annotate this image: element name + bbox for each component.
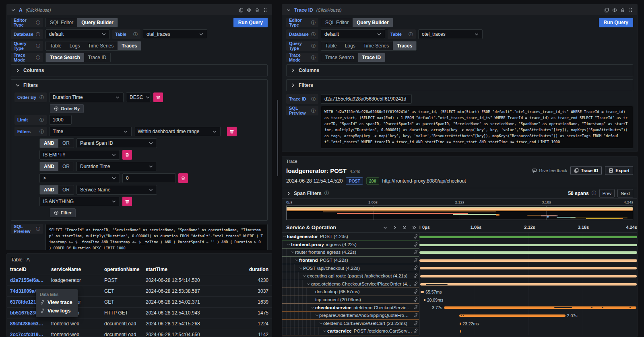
view-logs-link[interactable]: View logs	[40, 308, 74, 314]
span-row[interactable]: grpc.oteldemo.CheckoutService/PlaceOrder…	[282, 280, 637, 288]
add-filter-button[interactable]: Filter	[50, 208, 76, 217]
run-query-button[interactable]: Run Query	[599, 18, 633, 27]
remove-filter-button[interactable]	[227, 127, 237, 136]
span-name-cell[interactable]: checkoutserviceoteldemo.CheckoutService/…	[282, 304, 419, 312]
trace-mode-id[interactable]: Trace ID	[358, 53, 385, 62]
span-link-icon[interactable]	[413, 305, 418, 310]
span-gantt-cell[interactable]	[419, 272, 637, 280]
column-header-duration[interactable]: duration	[217, 264, 272, 275]
span-link-icon[interactable]	[413, 321, 418, 326]
span-bar[interactable]	[421, 291, 424, 293]
filter-value-input[interactable]: 0	[122, 173, 176, 183]
column-header-operationname[interactable]: operationName	[101, 264, 142, 275]
order-by-field-select[interactable]: Duration Time	[49, 92, 124, 102]
remove-filter-button[interactable]	[122, 150, 132, 160]
drag-handle-icon[interactable]	[628, 8, 633, 12]
chevron-down-icon[interactable]	[310, 306, 315, 310]
span-link-icon[interactable]	[413, 242, 418, 247]
query-type-logs[interactable]: Logs	[66, 41, 84, 50]
filter-time-field-select[interactable]: Time	[49, 127, 132, 136]
filters-header[interactable]: Filters	[287, 80, 633, 91]
span-gantt-cell[interactable]	[419, 280, 637, 288]
span-row[interactable]: prepareOrderItemsAndShippingQuoteFromCar…	[282, 312, 637, 320]
span-row[interactable]: loadgeneratorPOST (4.23s)	[282, 233, 637, 241]
span-name-cell[interactable]: tcp.connect (20.09ms)	[282, 296, 419, 304]
span-row[interactable]: executing api route (pages) /api/checkou…	[282, 272, 637, 280]
span-bar[interactable]	[424, 299, 425, 301]
span-filters-label[interactable]: Span Filters	[294, 191, 322, 196]
next-button[interactable]: Next	[617, 189, 633, 197]
database-select[interactable]: default	[321, 29, 385, 39]
expand-all-icon[interactable]	[412, 225, 417, 230]
remove-order-by-button[interactable]	[153, 92, 163, 102]
trace-mode-search[interactable]: Trace Search	[321, 53, 358, 62]
span-name-cell[interactable]: oteldemo.CartService/GetCart (23.22ms)	[282, 320, 419, 328]
filter-operator-select[interactable]: IS EMPTY	[39, 150, 120, 160]
remove-filter-button[interactable]	[122, 197, 132, 206]
span-row[interactable]: POST /api/checkout (4.22s)	[282, 264, 637, 272]
or-option[interactable]: OR	[58, 185, 74, 194]
trace-id-cell[interactable]: d2a7155ef6a928a05...	[7, 275, 48, 286]
collapse-one-icon[interactable]	[383, 225, 388, 230]
span-row[interactable]: oteldemo.CartService/GetCart (23.22ms)23…	[282, 320, 637, 328]
span-bar[interactable]	[419, 259, 637, 262]
span-gantt-cell[interactable]: 20.09ms	[419, 296, 637, 304]
span-row[interactable]: cartservicePOST /oteldemo.CartService/Ge…	[282, 327, 637, 335]
query-type-traces[interactable]: Traces	[393, 41, 416, 50]
span-name-cell[interactable]: loadgeneratorPOST (4.23s)	[282, 233, 419, 241]
chevron-right-icon[interactable]	[286, 191, 291, 196]
chevron-down-icon[interactable]	[314, 313, 319, 317]
columns-header[interactable]: Columns	[11, 65, 267, 76]
span-link-icon[interactable]	[413, 289, 418, 294]
chevron-down-icon[interactable]	[282, 234, 287, 238]
chevron-down-icon[interactable]	[286, 242, 291, 247]
column-header-servicename[interactable]: serviceName	[48, 264, 101, 275]
span-gantt-cell[interactable]: 2.07s	[419, 312, 637, 320]
span-row[interactable]: tcp.connect (20.09ms)20.09ms	[282, 296, 637, 304]
span-bar[interactable]	[460, 330, 461, 333]
chevron-down-icon[interactable]	[286, 8, 291, 12]
sql-editor-option[interactable]: SQL Editor	[46, 18, 77, 27]
column-resize-handle[interactable]: ‖	[419, 222, 422, 232]
and-option[interactable]: AND	[40, 139, 58, 148]
panel-scrollbar[interactable]	[277, 100, 278, 176]
chevron-down-icon[interactable]	[318, 321, 323, 325]
span-link-icon[interactable]	[413, 313, 418, 318]
span-link-icon[interactable]	[413, 297, 418, 302]
columns-header[interactable]: Columns	[287, 65, 633, 76]
column-header-starttime[interactable]: startTime	[142, 264, 217, 275]
column-header-traceid[interactable]: traceID	[7, 264, 48, 275]
span-link-icon[interactable]	[413, 282, 418, 286]
delete-query-icon[interactable]	[255, 8, 260, 12]
chevron-down-icon[interactable]	[302, 274, 307, 278]
trace-mode-id[interactable]: Trace ID	[84, 53, 111, 62]
collapse-all-icon[interactable]	[402, 225, 407, 230]
span-row[interactable]: router frontend egress (4.22s)	[282, 249, 637, 257]
view-trace-link[interactable]: View trace	[40, 300, 74, 305]
chevron-down-icon[interactable]	[298, 266, 303, 270]
span-bar[interactable]	[460, 323, 461, 325]
or-option[interactable]: OR	[58, 139, 74, 148]
chevron-down-icon[interactable]	[322, 329, 327, 333]
trace-mode-search[interactable]: Trace Search	[46, 53, 84, 62]
filter-field-select[interactable]: Service Name	[76, 185, 157, 195]
add-order-by-button[interactable]: Order By	[50, 104, 84, 113]
expand-one-icon[interactable]	[392, 225, 397, 230]
query-type-table[interactable]: Table	[46, 41, 66, 50]
span-gantt-cell[interactable]: 23.22ms	[419, 320, 637, 328]
trace-id-input[interactable]: d2a7155ef6a928a05680e5ff6190241d	[321, 94, 412, 104]
span-link-icon[interactable]	[413, 234, 418, 239]
span-name-cell[interactable]: POST /api/checkout (4.22s)	[282, 264, 419, 272]
span-gantt-cell[interactable]: 3.77s	[419, 304, 637, 312]
span-bar[interactable]	[444, 306, 636, 309]
filter-field-select[interactable]: Duration Time	[76, 162, 157, 171]
span-link-icon[interactable]	[413, 329, 418, 333]
toggle-visibility-icon[interactable]	[612, 8, 617, 12]
sql-editor-option[interactable]: SQL Editor	[321, 18, 353, 27]
span-name-cell[interactable]: grpc.oteldemo.CheckoutService/PlaceOrder…	[282, 280, 419, 288]
query-type-timeseries[interactable]: Time Series	[84, 41, 118, 50]
span-gantt-cell[interactable]	[419, 327, 637, 335]
export-button[interactable]: Export	[605, 166, 633, 175]
span-row[interactable]: dns.lookup (65.57ms)65.57ms	[282, 288, 637, 296]
span-gantt-cell[interactable]: 65.57ms	[419, 288, 637, 296]
